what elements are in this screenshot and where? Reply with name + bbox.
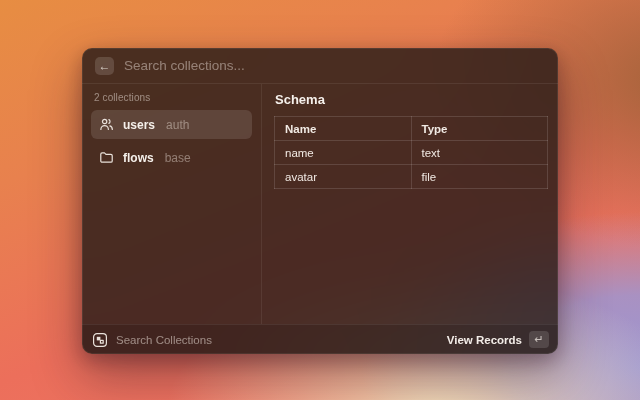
desktop-background: ← 2 collections users: [0, 0, 640, 400]
table-row: name text: [275, 141, 548, 165]
column-header-name: Name: [275, 117, 412, 141]
search-input[interactable]: [124, 58, 545, 73]
collection-name: flows: [123, 151, 154, 165]
collection-item-users[interactable]: users auth: [91, 110, 252, 139]
extension-logo-icon: [92, 332, 108, 348]
enter-key-icon: ↵: [529, 331, 549, 348]
main-split: 2 collections users auth: [82, 84, 558, 324]
table-header-row: Name Type: [275, 117, 548, 141]
collection-type-tag: base: [165, 151, 191, 165]
detail-panel: Schema Name Type name text: [262, 84, 558, 324]
table-row: avatar file: [275, 165, 548, 189]
folder-icon: [99, 150, 114, 165]
action-bar: Search Collections View Records ↵: [82, 324, 558, 354]
collection-type-tag: auth: [166, 118, 189, 132]
cell-field-name: name: [275, 141, 412, 165]
column-header-type: Type: [411, 117, 548, 141]
users-icon: [99, 117, 114, 132]
footer-app-label: Search Collections: [116, 334, 212, 346]
search-header: ←: [82, 48, 558, 84]
collection-item-flows[interactable]: flows base: [91, 143, 252, 172]
view-records-label: View Records: [447, 334, 522, 346]
collections-count-label: 2 collections: [91, 90, 252, 110]
cell-field-type: text: [411, 141, 548, 165]
cell-field-name: avatar: [275, 165, 412, 189]
panel-title: Schema: [275, 92, 548, 107]
back-button[interactable]: ←: [95, 57, 114, 75]
view-records-button[interactable]: View Records ↵: [447, 331, 549, 348]
collection-name: users: [123, 118, 155, 132]
command-palette-window: ← 2 collections users: [82, 48, 558, 354]
cell-field-type: file: [411, 165, 548, 189]
schema-table: Name Type name text avatar file: [274, 116, 548, 189]
collections-sidebar: 2 collections users auth: [82, 84, 262, 324]
arrow-left-icon: ←: [99, 59, 111, 73]
